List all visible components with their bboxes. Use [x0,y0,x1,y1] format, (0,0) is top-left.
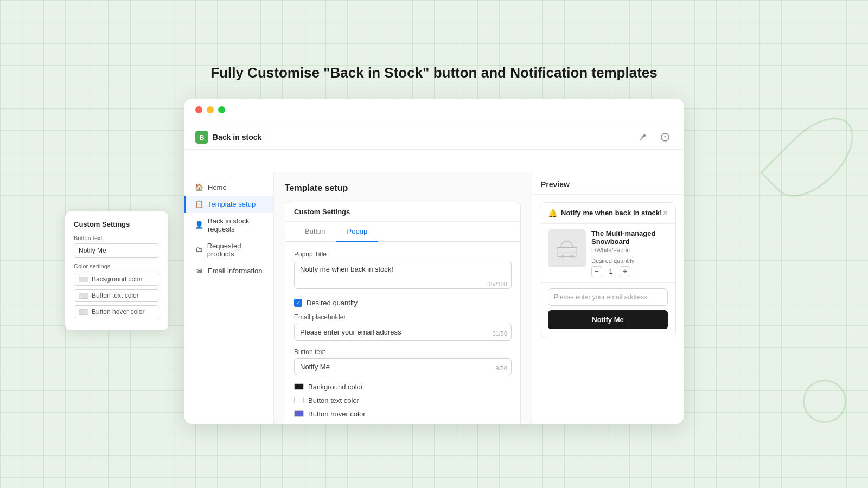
template-icon: 📋 [195,200,203,208]
content-panel: Template setup Custom Settings Button Po… [274,172,532,424]
fc-color-settings-label: Color settings [74,263,159,269]
header-icons: ? [636,130,673,145]
help-icon-btn[interactable]: ? [658,130,673,145]
sidebar-email-label: Email information [208,267,262,275]
popup-notify-btn[interactable]: Notify Me [548,310,668,329]
fc-btn-text-color-field[interactable]: Button text color [74,289,159,302]
preview-body: 🔔 Notify me when back in stock! × [532,195,684,345]
browser-titlebar [184,99,684,121]
fc-button-text-input[interactable] [74,243,159,258]
sidebar-products-label: Requested products [207,242,265,258]
app-logo-icon: B [195,131,208,144]
preview-header: Preview [532,172,684,195]
floating-card-title: Custom Settings [74,220,159,228]
popup-title-row: 🔔 Notify me when back in stock! [548,209,662,217]
subscription-group: Subscription confirmation message 92/200 [294,423,512,424]
main-content: Template setup Custom Settings Button Po… [274,172,532,424]
product-variant: L/White/Fabric [591,247,668,253]
layout-row: 🏠 Home 📋 Template setup 👤 Back in stock … [184,121,684,424]
product-row: The Multi-managed Snowboard L/White/Fabr… [540,224,675,283]
product-info: The Multi-managed Snowboard L/White/Fabr… [591,229,668,277]
quantity-stepper: − 1 + [591,266,668,277]
traffic-light-red[interactable] [195,106,202,113]
email-placeholder-label: Email placeholder [294,313,512,321]
traffic-light-green[interactable] [218,106,225,113]
requests-icon: 👤 [195,221,203,229]
email-placeholder-group: Email placeholder 31/50 [294,313,512,341]
page-title: Fully Customise "Back in Stock" button a… [210,65,658,81]
sidebar-item-home[interactable]: 🏠 Home [184,179,273,196]
button-text-counter: 9/50 [496,365,507,371]
desired-quantity-row: ✓ Desired quantity [294,299,512,307]
quantity-label: Desired quantity [591,258,668,264]
btn-text-color-row: Button text color [294,396,512,404]
settings-card: Custom Settings Button Popup Popup Title [285,202,521,424]
svg-text:?: ? [663,135,666,140]
email-placeholder-input-wrapper: 31/50 [294,324,512,341]
product-name: The Multi-managed Snowboard [591,229,668,246]
fc-btn-text-color-label: Button text color [92,292,139,299]
preview-panel: Preview 🔔 Notify me when back in stock! … [532,172,684,424]
custom-settings-title: Custom Settings [285,202,520,222]
bg-color-swatch [294,383,304,390]
sidebar-item-email[interactable]: ✉ Email information [184,262,273,279]
tabs: Button Popup [285,222,520,242]
app-header: B Back in stock ? [184,126,684,150]
email-icon: ✉ [195,267,203,275]
popup-preview: 🔔 Notify me when back in stock! × [540,202,676,337]
fc-btn-hover-color-swatch [79,309,88,315]
button-text-group: Button text 9/50 [294,348,512,375]
bg-color-label: Background color [308,383,363,391]
bell-icon: 🔔 [548,209,557,217]
fc-bg-color-field[interactable]: Background color [74,273,159,286]
fc-btn-hover-color-field[interactable]: Button hover color [74,305,159,318]
sidebar-template-label: Template setup [208,200,256,208]
button-text-input[interactable] [294,358,512,375]
popup-header: 🔔 Notify me when back in stock! × [540,203,675,224]
popup-title-group: Popup Title 29/100 [294,251,512,291]
qty-plus-btn[interactable]: + [620,266,630,277]
sidebar-item-requested-products[interactable]: 🗂 Requested products [184,237,273,262]
pin-icon-btn[interactable] [636,130,651,145]
popup-title-label: Popup Title [294,251,512,258]
qty-minus-btn[interactable]: − [591,266,602,277]
browser-window: B Back in stock ? 🏠 Home � [184,99,684,424]
tab-popup[interactable]: Popup [336,222,379,242]
floating-custom-settings-card: Custom Settings Button text Color settin… [65,211,168,330]
bg-color-row: Background color [294,383,512,391]
section-title: Template setup [285,183,521,193]
desired-quantity-checkbox[interactable]: ✓ [294,299,302,307]
fc-bg-color-swatch [79,277,88,282]
traffic-light-yellow[interactable] [207,106,214,113]
sidebar-requests-label: Back in stock requests [208,217,265,233]
deco-shape-right [760,104,867,211]
popup-preview-title: Notify me when back in stock! [561,209,662,217]
fc-button-text-label: Button text [74,235,159,241]
btn-hover-color-swatch [294,410,304,417]
btn-text-color-label: Button text color [308,396,359,404]
sidebar: 🏠 Home 📋 Template setup 👤 Back in stock … [184,172,274,424]
button-text-input-wrapper: 9/50 [294,358,512,375]
popup-close-icon[interactable]: × [663,208,668,218]
sidebar-item-template-setup[interactable]: 📋 Template setup [184,196,273,213]
app-logo: B Back in stock [195,131,261,144]
sidebar-home-label: Home [208,183,227,191]
card-body: Popup Title 29/100 ✓ Desired quantity [285,242,520,424]
fc-btn-text-color-swatch [79,293,88,299]
traffic-lights [195,106,225,113]
btn-hover-color-label: Button hover color [308,410,366,418]
subscription-label: Subscription confirmation message [294,423,512,424]
qty-value: 1 [607,267,615,275]
products-icon: 🗂 [195,246,203,254]
svg-line-0 [640,138,642,140]
btn-hover-color-row: Button hover color [294,410,512,418]
popup-email-placeholder: Please enter your email address [554,293,647,301]
tab-button[interactable]: Button [294,222,336,242]
popup-title-input-wrapper: 29/100 [294,261,512,291]
popup-title-counter: 29/100 [489,281,507,287]
popup-email-input[interactable]: Please enter your email address [548,288,668,306]
popup-title-input[interactable] [294,261,512,289]
sidebar-item-back-in-stock[interactable]: 👤 Back in stock requests [184,213,273,237]
email-placeholder-counter: 31/50 [492,330,507,337]
email-placeholder-input[interactable] [294,324,512,341]
